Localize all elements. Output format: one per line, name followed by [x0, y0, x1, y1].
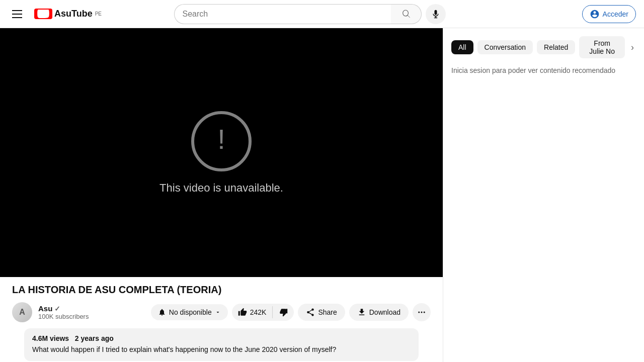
channel-info: Asu ✓ 100K subscribers	[38, 304, 145, 320]
logo-text: AsuTube	[54, 9, 93, 19]
channel-name: Asu ✓	[38, 304, 145, 313]
chevron-down-icon	[215, 309, 221, 315]
svg-point-2	[421, 312, 423, 313]
share-icon	[306, 308, 315, 317]
logo-country: PE	[95, 11, 102, 17]
thumbs-down-icon	[279, 308, 288, 317]
hamburger-button[interactable]	[8, 6, 26, 22]
acceder-button[interactable]: Acceder	[582, 5, 636, 23]
tab-all[interactable]: All	[451, 40, 473, 54]
channel-avatar[interactable]: A	[12, 302, 32, 322]
header-right: Acceder	[582, 5, 636, 23]
mic-icon	[431, 9, 441, 19]
logo[interactable]: AsuTubePE	[34, 9, 102, 19]
notify-button[interactable]: No disponible	[151, 304, 228, 320]
description-text: What would happen if I tried to explain …	[32, 344, 411, 355]
sidebar-recommendation-message: Inicia sesion para poder ver contenido r…	[451, 66, 636, 74]
tabs-scroll-button[interactable]: ›	[629, 40, 636, 55]
search-button[interactable]	[391, 4, 422, 24]
svg-point-1	[418, 312, 420, 313]
dislike-button[interactable]	[273, 304, 294, 321]
video-section: ! This video is unavailable. LA HISTORIA…	[0, 28, 443, 362]
mic-button[interactable]	[426, 4, 446, 24]
acceder-label: Acceder	[603, 10, 628, 18]
video-info: LA HISTORIA DE ASU COMPLETA (TEORIA) A A…	[0, 277, 443, 362]
more-icon	[417, 308, 426, 317]
sidebar: All Conversation Related From Julie No ›…	[443, 28, 644, 362]
view-count: 4.6M views	[32, 334, 69, 342]
thumbs-up-icon	[238, 308, 247, 317]
video-title: LA HISTORIA DE ASU COMPLETA (TEORIA)	[12, 283, 431, 296]
search-icon	[401, 9, 411, 19]
bell-icon	[158, 308, 166, 316]
main-layout: ! This video is unavailable. LA HISTORIA…	[0, 28, 644, 362]
header: AsuTubePE Acceder	[0, 0, 644, 28]
tab-conversation[interactable]: Conversation	[477, 40, 533, 54]
svg-point-3	[424, 312, 425, 313]
tab-related[interactable]: Related	[537, 40, 575, 54]
error-icon: !	[191, 111, 252, 171]
time-ago: 2 years ago	[75, 334, 114, 342]
search-input[interactable]	[174, 4, 391, 24]
tabs-bar: All Conversation Related From Julie No ›	[451, 36, 636, 58]
channel-row: A Asu ✓ 100K subscribers	[12, 302, 431, 322]
notify-label: No disponible	[169, 308, 212, 316]
avatar-letter: A	[19, 308, 25, 317]
like-count: 242K	[250, 308, 267, 316]
verified-icon: ✓	[54, 305, 60, 313]
logo-yt-icon	[34, 9, 52, 19]
video-error-text: This video is unavailable.	[159, 182, 283, 195]
download-label: Download	[369, 308, 400, 316]
like-button[interactable]: 242K	[232, 304, 273, 321]
search-bar	[174, 4, 446, 24]
tab-from-julie[interactable]: From Julie No	[579, 36, 625, 58]
like-dislike-group: 242K	[232, 304, 294, 321]
download-button[interactable]: Download	[349, 304, 409, 321]
youtube-play-icon	[37, 10, 49, 18]
more-button[interactable]	[413, 303, 431, 321]
channel-subscribers: 100K subscribers	[38, 313, 145, 320]
account-icon	[590, 9, 600, 19]
header-left: AsuTubePE	[8, 6, 102, 22]
video-player: ! This video is unavailable.	[0, 28, 443, 277]
action-buttons: No disponible 242K	[151, 303, 431, 321]
share-label: Share	[318, 308, 337, 316]
description-meta: 4.6M views 2 years ago	[32, 334, 411, 342]
exclamation-icon: !	[217, 125, 225, 153]
description-box[interactable]: 4.6M views 2 years ago What would happen…	[24, 328, 419, 361]
download-icon	[357, 308, 366, 317]
share-button[interactable]: Share	[298, 304, 345, 321]
